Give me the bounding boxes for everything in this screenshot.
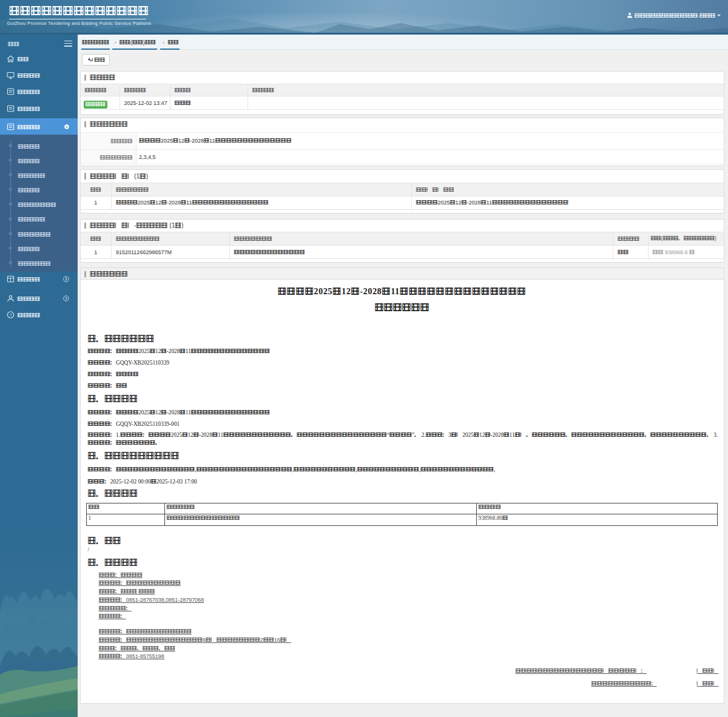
svg-text:?: ? (9, 312, 12, 318)
